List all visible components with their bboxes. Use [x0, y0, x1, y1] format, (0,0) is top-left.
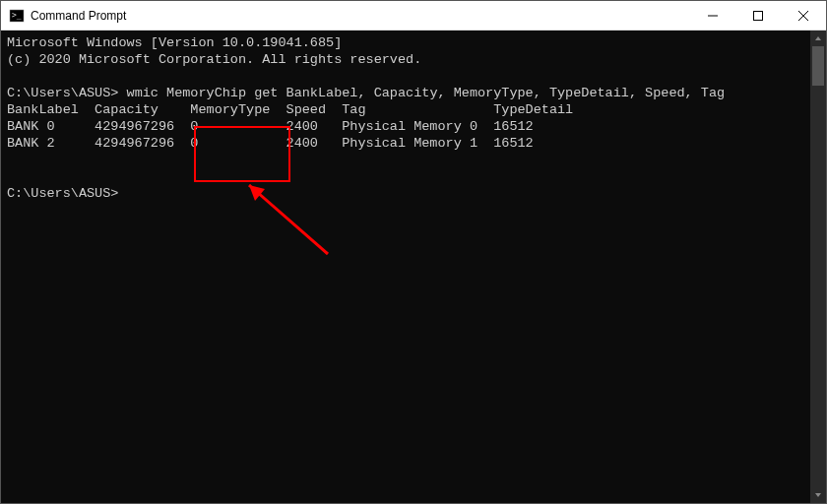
scroll-down-icon[interactable] — [810, 487, 826, 503]
copyright-line: (c) 2020 Microsoft Corporation. All righ… — [7, 51, 804, 68]
vertical-scrollbar[interactable] — [810, 31, 826, 503]
version-line: Microsoft Windows [Version 10.0.19041.68… — [7, 34, 804, 51]
table-header: BankLabel Capacity MemoryType Speed Tag … — [7, 101, 804, 118]
app-icon: >_ — [9, 8, 25, 24]
minimize-button[interactable] — [690, 1, 735, 30]
scroll-up-icon[interactable] — [810, 31, 826, 46]
maximize-button[interactable] — [735, 1, 781, 30]
terminal-content[interactable]: Microsoft Windows [Version 10.0.19041.68… — [1, 31, 810, 503]
command-prompt-window: >_ Command Prompt Microsoft Windows [Ver… — [0, 0, 827, 504]
terminal-area: Microsoft Windows [Version 10.0.19041.68… — [1, 31, 826, 503]
scrollbar-thumb[interactable] — [812, 46, 824, 86]
svg-text:>_: >_ — [12, 11, 22, 20]
command-line-2: C:\Users\ASUS> — [7, 185, 804, 202]
command-line-1: C:\Users\ASUS> wmic MemoryChip get BankL… — [7, 85, 804, 101]
svg-rect-3 — [754, 11, 763, 20]
svg-marker-8 — [815, 36, 821, 40]
window-controls — [690, 1, 826, 30]
close-button[interactable] — [781, 1, 826, 30]
blank-line — [7, 152, 804, 168]
blank-line — [7, 68, 804, 85]
table-row: BANK 2 4294967296 0 2400 Physical Memory… — [7, 135, 804, 152]
svg-marker-9 — [815, 493, 821, 497]
table-row: BANK 0 4294967296 0 2400 Physical Memory… — [7, 118, 804, 135]
prompt-path: C:\Users\ASUS> — [7, 186, 118, 201]
blank-line — [7, 168, 804, 185]
titlebar[interactable]: >_ Command Prompt — [1, 1, 826, 31]
window-title: Command Prompt — [31, 9, 690, 23]
cursor — [127, 186, 135, 201]
command-text: wmic MemoryChip get BankLabel, Capacity,… — [127, 86, 726, 100]
prompt-path: C:\Users\ASUS> — [7, 86, 118, 100]
